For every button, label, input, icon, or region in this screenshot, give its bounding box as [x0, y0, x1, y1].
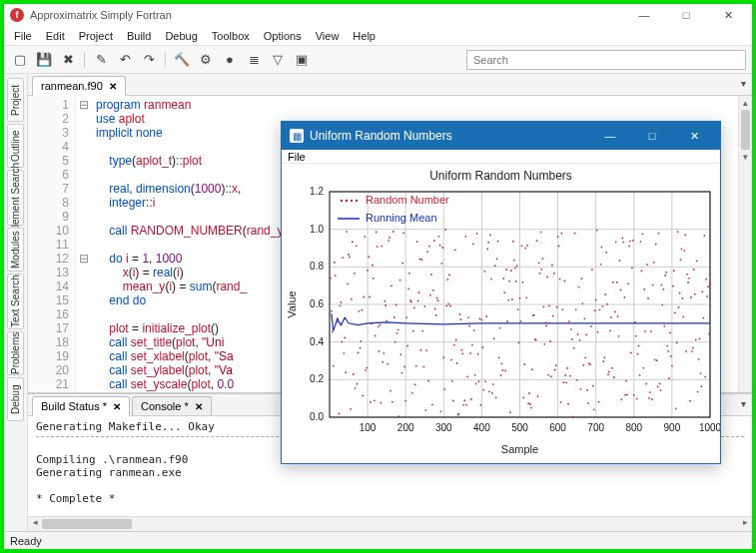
file-tab-close-icon[interactable]: ✕ [109, 81, 117, 92]
terminal-icon[interactable]: ▣ [292, 50, 312, 70]
svg-point-68 [359, 310, 361, 312]
svg-point-432 [704, 376, 706, 378]
svg-point-104 [392, 231, 394, 233]
redo-icon[interactable]: ↷ [139, 50, 159, 70]
svg-point-91 [380, 402, 382, 404]
hammer-icon[interactable]: 🔨 [172, 50, 192, 70]
rail-modules[interactable]: Modules [7, 228, 24, 272]
scroll-left-icon[interactable]: ◂ [28, 517, 42, 531]
menu-file[interactable]: File [8, 28, 38, 44]
svg-point-76 [366, 367, 368, 369]
brush-icon[interactable]: ✎ [91, 50, 111, 70]
rail-project[interactable]: Project [7, 78, 24, 122]
menu-debug[interactable]: Debug [159, 28, 203, 44]
svg-point-238 [520, 320, 522, 322]
plot-titlebar[interactable]: ▦ Uniform Random Numbers — □ ✕ [282, 122, 720, 150]
svg-point-283 [562, 381, 564, 383]
menu-project[interactable]: Project [73, 28, 119, 44]
scroll-down-icon[interactable]: ▾ [739, 150, 752, 164]
svg-point-303 [582, 302, 584, 304]
bottom-hscrollbar[interactable]: ◂ ▸ [28, 517, 752, 531]
tab-close-icon[interactable]: ✕ [195, 401, 203, 412]
rail-outline[interactable]: Outline [7, 124, 24, 168]
minimize-button[interactable]: — [626, 5, 662, 25]
editor-vscrollbar[interactable]: ▴ ▾ [738, 96, 752, 392]
tabs-overflow-icon[interactable]: ▾ [741, 78, 746, 89]
tabs-overflow-icon[interactable]: ▾ [741, 398, 746, 409]
svg-point-203 [486, 249, 488, 251]
svg-text:1000: 1000 [699, 422, 720, 433]
plot-menu-file[interactable]: File [288, 151, 306, 163]
svg-point-198 [482, 346, 484, 348]
plot-window[interactable]: ▦ Uniform Random Numbers — □ ✕ File Unif… [281, 121, 721, 464]
file-tab-ranmean[interactable]: ranmean.f90 ✕ [32, 76, 126, 96]
svg-point-195 [479, 318, 481, 320]
svg-point-276 [556, 306, 558, 308]
close-button[interactable]: ✕ [710, 5, 746, 25]
undo-icon[interactable]: ↶ [115, 50, 135, 70]
svg-point-47 [339, 412, 341, 414]
tab-build-status[interactable]: Build Status * ✕ [32, 396, 130, 416]
menu-edit[interactable]: Edit [40, 28, 71, 44]
svg-point-429 [702, 290, 704, 292]
plot-close-button[interactable]: ✕ [676, 122, 712, 150]
svg-point-245 [526, 245, 528, 247]
menu-help[interactable]: Help [347, 28, 381, 44]
search-input[interactable] [466, 50, 746, 70]
svg-point-127 [414, 383, 416, 385]
plot-maximize-button[interactable]: □ [634, 122, 670, 150]
svg-point-158 [443, 388, 445, 390]
save-icon[interactable]: 💾 [34, 50, 54, 70]
gear-icon[interactable]: ⚙ [196, 50, 216, 70]
svg-point-324 [602, 305, 604, 307]
svg-point-343 [620, 289, 622, 291]
svg-point-162 [447, 303, 449, 305]
maximize-button[interactable]: □ [668, 5, 704, 25]
cut-icon[interactable]: ✖ [58, 50, 78, 70]
svg-point-261 [542, 258, 544, 260]
svg-point-293 [572, 416, 574, 418]
menu-options[interactable]: Options [258, 28, 308, 44]
svg-text:600: 600 [549, 422, 566, 433]
scroll-up-icon[interactable]: ▴ [739, 96, 752, 110]
svg-point-388 [662, 288, 664, 290]
window-title: Approximatrix Simply Fortran [30, 9, 620, 21]
svg-point-205 [488, 390, 490, 392]
svg-point-410 [683, 250, 685, 252]
rail-text-search[interactable]: Text Search [7, 274, 24, 329]
menu-toolbox[interactable]: Toolbox [206, 28, 256, 44]
scroll-right-icon[interactable]: ▸ [738, 517, 752, 531]
tab-console[interactable]: Console * ✕ [132, 396, 212, 416]
tab-close-icon[interactable]: ✕ [113, 401, 121, 412]
debug-step-icon[interactable]: ≣ [244, 50, 264, 70]
new-file-icon[interactable]: ▢ [10, 50, 30, 70]
svg-point-92 [381, 246, 383, 248]
svg-point-54 [345, 371, 347, 373]
svg-text:700: 700 [587, 422, 604, 433]
svg-point-274 [554, 369, 556, 371]
rail-problems[interactable]: Problems [7, 331, 24, 375]
svg-point-336 [613, 376, 615, 378]
svg-point-386 [661, 283, 663, 285]
svg-point-210 [493, 338, 495, 340]
menu-build[interactable]: Build [121, 28, 157, 44]
plot-minimize-button[interactable]: — [592, 122, 628, 150]
fold-column[interactable]: ⊟ ⊟ [76, 96, 92, 392]
svg-text:0.6: 0.6 [310, 298, 324, 309]
svg-point-88 [378, 325, 379, 327]
rail-debug[interactable]: Debug [7, 377, 24, 421]
svg-text:Sample: Sample [501, 443, 538, 455]
scroll-thumb[interactable] [42, 519, 132, 529]
run-icon[interactable]: ● [220, 50, 240, 70]
svg-point-355 [631, 267, 633, 269]
svg-point-354 [630, 352, 632, 354]
filter-icon[interactable]: ▽ [268, 50, 288, 70]
menu-view[interactable]: View [310, 28, 346, 44]
svg-point-398 [672, 285, 674, 287]
rail-element-search[interactable]: Element Search [7, 170, 24, 226]
svg-point-143 [429, 294, 431, 296]
scroll-thumb[interactable] [741, 110, 750, 150]
svg-point-389 [663, 325, 665, 327]
file-tab-label: ranmean.f90 [41, 80, 103, 92]
svg-point-428 [701, 385, 703, 387]
